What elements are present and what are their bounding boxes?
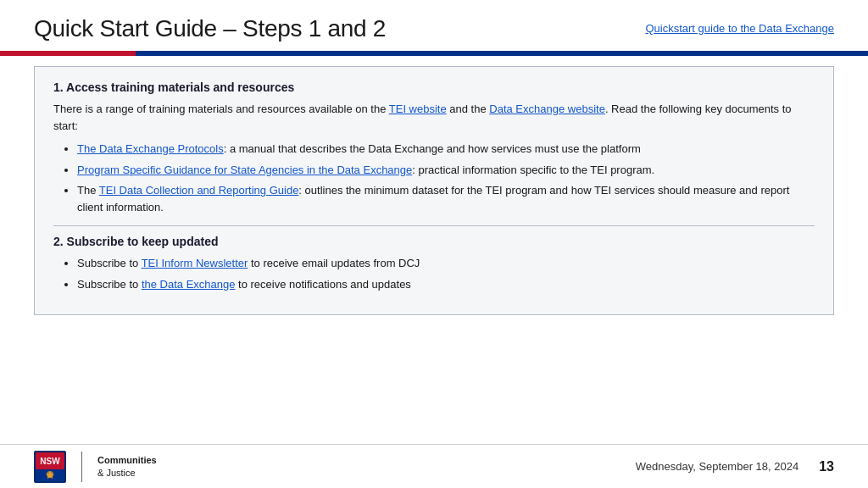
program-specific-guidance-link[interactable]: Program Specific Guidance for State Agen… xyxy=(77,164,412,176)
footer: NSW Communities & Justice Wednesday, Sep… xyxy=(0,444,868,488)
tei-website-link[interactable]: TEI website xyxy=(389,103,447,115)
data-exchange-subscribe-link[interactable]: the Data Exchange xyxy=(142,278,236,291)
bar-red xyxy=(0,51,136,56)
header: Quick Start Guide – Steps 1 and 2 Quicks… xyxy=(0,0,868,42)
section1-intro: There is a range of training materials a… xyxy=(53,101,815,134)
nsw-emblem-icon: NSW xyxy=(34,451,66,483)
sub1-text: to receive email updates from DCJ xyxy=(248,257,420,269)
intro-text-mid: and the xyxy=(447,103,490,115)
list-item: The TEI Data Collection and Reporting Gu… xyxy=(77,182,815,215)
bar-blue xyxy=(136,51,868,56)
footer-page-number: 13 xyxy=(819,459,834,474)
nsw-logo: NSW xyxy=(34,451,66,483)
intro-text-before: There is a range of training materials a… xyxy=(53,103,389,115)
sub2-pre: Subscribe to xyxy=(77,278,142,291)
footer-date: Wednesday, September 18, 2024 xyxy=(636,460,798,473)
footer-justice: & Justice xyxy=(97,467,157,479)
footer-communities: Communities xyxy=(97,454,157,466)
section2-bullet-list: Subscribe to TEI Inform Newsletter to re… xyxy=(77,255,815,292)
list-item: Subscribe to the Data Exchange to receiv… xyxy=(77,276,815,293)
quickstart-link[interactable]: Quickstart guide to the Data Exchange xyxy=(645,15,834,35)
bullet2-text: : practical information specific to the … xyxy=(412,164,654,176)
sub1-pre: Subscribe to xyxy=(77,257,142,269)
footer-logo-divider xyxy=(81,452,82,482)
bullet3-pre: The xyxy=(77,184,99,197)
data-exchange-protocols-link[interactable]: The Data Exchange Protocols xyxy=(77,142,224,155)
page-title: Quick Start Guide – Steps 1 and 2 xyxy=(34,15,386,42)
color-bar xyxy=(0,51,868,56)
list-item: The Data Exchange Protocols: a manual th… xyxy=(77,141,815,158)
section1-heading: 1. Access training materials and resourc… xyxy=(53,80,815,94)
main-content: 1. Access training materials and resourc… xyxy=(34,66,834,315)
footer-right: Wednesday, September 18, 2024 13 xyxy=(636,459,834,474)
data-exchange-website-link[interactable]: Data Exchange website xyxy=(489,103,605,115)
tei-inform-newsletter-link[interactable]: TEI Inform Newsletter xyxy=(142,257,248,269)
list-item: Subscribe to TEI Inform Newsletter to re… xyxy=(77,255,815,272)
tei-data-collection-link[interactable]: TEI Data Collection and Reporting Guide xyxy=(99,184,299,197)
list-item: Program Specific Guidance for State Agen… xyxy=(77,162,815,179)
section2-heading: 2. Subscribe to keep updated xyxy=(53,235,815,248)
footer-org-text: Communities & Justice xyxy=(97,454,157,479)
bullet1-text: : a manual that describes the Data Excha… xyxy=(224,142,641,155)
section-divider xyxy=(53,225,815,226)
footer-left: NSW Communities & Justice xyxy=(34,451,157,483)
sub2-text: to receive notifications and updates xyxy=(235,278,410,291)
svg-text:NSW: NSW xyxy=(40,457,60,466)
section1-bullet-list: The Data Exchange Protocols: a manual th… xyxy=(77,141,815,215)
